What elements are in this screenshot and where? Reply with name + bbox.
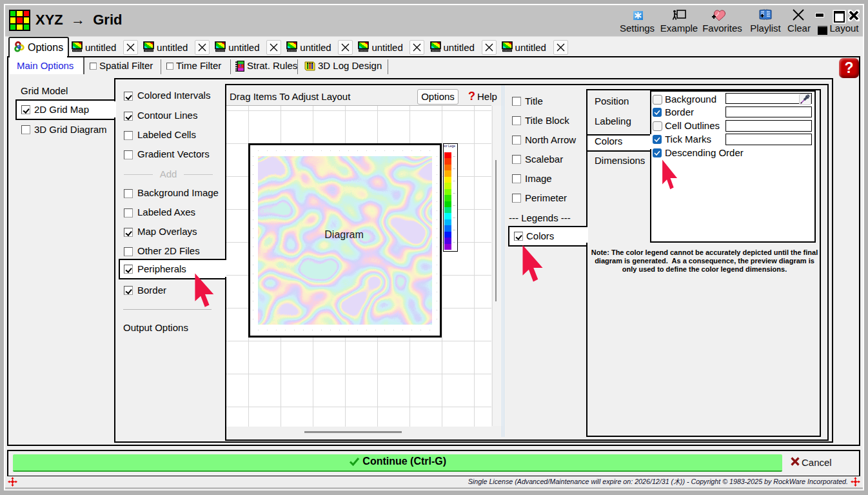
svg-text:Σ: Σ [239, 63, 242, 68]
